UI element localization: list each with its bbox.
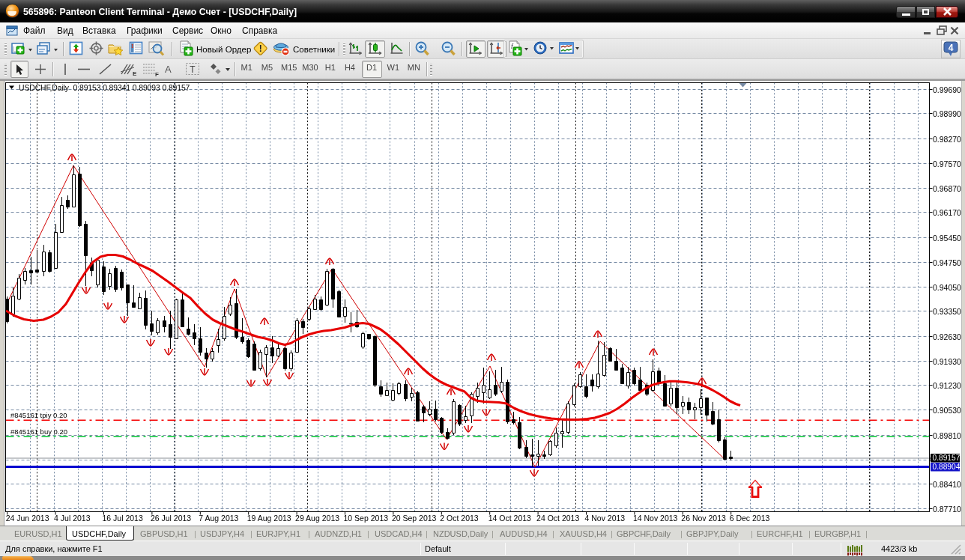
svg-text:0.98270: 0.98270	[933, 135, 961, 144]
svg-text:NZDUSD,Daily: NZDUSD,Daily	[433, 529, 488, 538]
svg-text:0.95450: 0.95450	[933, 234, 961, 243]
svg-text:19 Aug 2013: 19 Aug 2013	[247, 514, 291, 523]
svg-text:USDCHF,Daily 0.89153 0.89341: USDCHF,Daily 0.89153 0.89341 0.89093 0.8…	[19, 84, 190, 92]
svg-text:6 Dec 2013: 6 Dec 2013	[730, 514, 770, 523]
svg-text:|: |	[426, 529, 428, 538]
svg-text:0.91230: 0.91230	[933, 381, 961, 390]
svg-text:Для справки, нажмите F1: Для справки, нажмите F1	[5, 544, 103, 553]
svg-text:0.88904: 0.88904	[933, 463, 961, 471]
svg-text:AUDNZD,H1: AUDNZD,H1	[315, 529, 362, 538]
svg-text:EURGBP,H1: EURGBP,H1	[814, 529, 861, 538]
svg-text:|: |	[367, 529, 369, 538]
svg-text:USDJPY,H4: USDJPY,H4	[200, 529, 244, 538]
svg-text:|: |	[250, 529, 252, 538]
svg-text:0.93350: 0.93350	[933, 307, 961, 316]
svg-text:0.91930: 0.91930	[933, 357, 961, 366]
svg-text:29 Aug 2013: 29 Aug 2013	[295, 514, 339, 523]
svg-text:EURJPY,H1: EURJPY,H1	[256, 529, 300, 538]
svg-text:|: |	[751, 529, 753, 538]
svg-text:20 Sep 2013: 20 Sep 2013	[392, 514, 437, 523]
svg-text:|: |	[808, 529, 811, 538]
svg-text:26 Jul 2013: 26 Jul 2013	[151, 514, 191, 523]
svg-text:GBPJPY,Daily: GBPJPY,Daily	[686, 529, 739, 538]
svg-text:0.97570: 0.97570	[933, 159, 961, 168]
svg-text:GBPCHF,Daily: GBPCHF,Daily	[617, 529, 671, 538]
svg-text:0.96170: 0.96170	[933, 208, 961, 217]
svg-text:4 Nov 2013: 4 Nov 2013	[585, 514, 626, 523]
svg-text:4423/3 kb: 4423/3 kb	[881, 544, 917, 553]
svg-text:0.94750: 0.94750	[933, 258, 961, 267]
svg-text:0.98990: 0.98990	[933, 109, 961, 118]
svg-text:0.99690: 0.99690	[933, 85, 961, 94]
svg-text:#845161 buy 0.20: #845161 buy 0.20	[10, 427, 67, 436]
svg-text:XAUUSD,H4: XAUUSD,H4	[560, 529, 607, 538]
svg-text:|: |	[552, 529, 554, 538]
svg-text:GBPUSD,H1: GBPUSD,H1	[140, 529, 188, 538]
svg-text:USDCHF,Daily: USDCHF,Daily	[72, 529, 127, 538]
svg-text:0.87710: 0.87710	[933, 505, 961, 514]
svg-text:4 Jul 2013: 4 Jul 2013	[54, 514, 91, 523]
svg-text:0.92630: 0.92630	[933, 332, 961, 341]
svg-text:|: |	[491, 529, 494, 538]
svg-text:0.90530: 0.90530	[933, 406, 961, 415]
svg-text:10 Sep 2013: 10 Sep 2013	[344, 514, 389, 523]
svg-text:Default: Default	[425, 544, 451, 553]
svg-text:AUDUSD,H4: AUDUSD,H4	[500, 529, 548, 538]
svg-text:16 Jul 2013: 16 Jul 2013	[103, 514, 143, 523]
svg-text:7 Aug 2013: 7 Aug 2013	[199, 514, 238, 523]
svg-text:|: |	[194, 529, 196, 538]
svg-text:|: |	[611, 529, 613, 538]
svg-text:#845161 tpiy 0.20: #845161 tpiy 0.20	[10, 411, 67, 419]
svg-text:14 Nov 2013: 14 Nov 2013	[633, 514, 678, 523]
svg-text:EURUSD,H1: EURUSD,H1	[14, 529, 62, 538]
svg-text:0.94050: 0.94050	[933, 283, 961, 292]
svg-text:26 Nov 2013: 26 Nov 2013	[681, 514, 726, 523]
svg-text:2 Oct 2013: 2 Oct 2013	[440, 514, 479, 523]
svg-text:USDCAD,H4: USDCAD,H4	[375, 529, 423, 538]
svg-text:|: |	[865, 529, 868, 538]
svg-text:0.88410: 0.88410	[933, 480, 961, 489]
svg-text:0.89810: 0.89810	[933, 431, 961, 440]
svg-text:0.96870: 0.96870	[933, 184, 961, 193]
svg-text:0.89157: 0.89157	[933, 454, 961, 462]
svg-text:EURCHF,H1: EURCHF,H1	[757, 529, 803, 538]
svg-text:24 Jun 2013: 24 Jun 2013	[6, 514, 49, 523]
svg-text:14 Oct 2013: 14 Oct 2013	[488, 514, 531, 523]
svg-text:|: |	[308, 529, 310, 538]
svg-text:|: |	[680, 529, 683, 538]
svg-text:24 Oct 2013: 24 Oct 2013	[536, 514, 579, 523]
